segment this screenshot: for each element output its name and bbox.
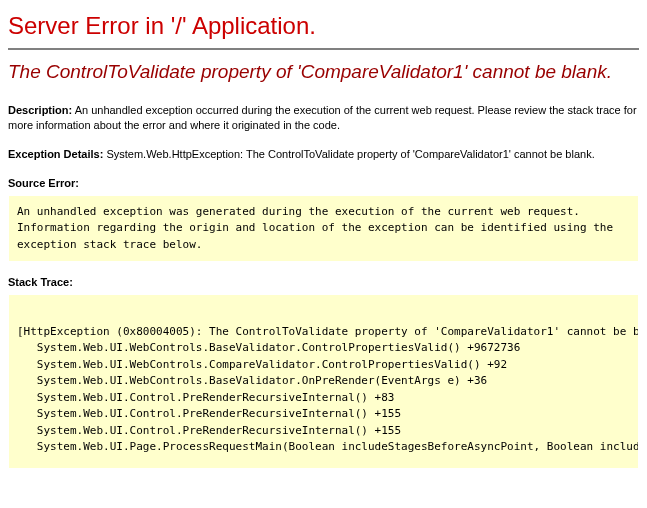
stack-trace-label: Stack Trace:	[8, 276, 73, 288]
description-text: An unhandled exception occurred during t…	[8, 104, 637, 131]
exception-section: Exception Details: System.Web.HttpExcept…	[8, 147, 639, 162]
title-divider	[8, 48, 639, 50]
source-error-label-row: Source Error:	[8, 177, 639, 189]
page-title: Server Error in '/' Application.	[8, 12, 639, 40]
stack-trace-block: [HttpException (0x80004005): The Control…	[8, 294, 639, 469]
exception-label: Exception Details:	[8, 148, 103, 160]
description-section: Description: An unhandled exception occu…	[8, 103, 639, 134]
stack-trace-label-row: Stack Trace:	[8, 276, 639, 288]
exception-text: System.Web.HttpException: The ControlToV…	[106, 148, 594, 160]
source-error-label: Source Error:	[8, 177, 79, 189]
error-heading: The ControlToValidate property of 'Compa…	[8, 60, 639, 85]
source-error-block: An unhandled exception was generated dur…	[8, 195, 639, 263]
description-label: Description:	[8, 104, 72, 116]
